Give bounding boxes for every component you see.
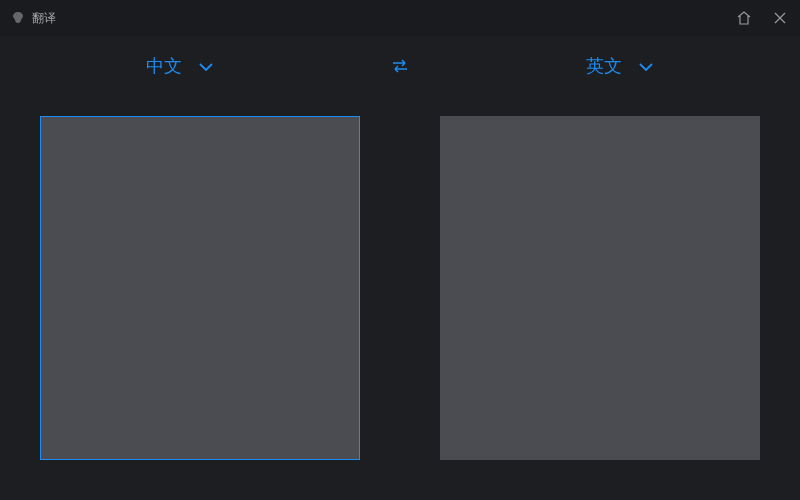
close-button[interactable]: [770, 8, 790, 28]
titlebar-right: [734, 8, 790, 28]
source-language-label: 中文: [146, 54, 182, 78]
app-title: 翻译: [32, 10, 56, 27]
chevron-down-icon: [638, 56, 654, 77]
translation-panels: [0, 96, 800, 480]
target-language-label: 英文: [586, 54, 622, 78]
language-bar: 中文 英文: [0, 36, 800, 96]
chevron-down-icon: [198, 56, 214, 77]
titlebar: 翻译: [0, 0, 800, 36]
home-button[interactable]: [734, 8, 754, 28]
app-icon: [10, 10, 26, 26]
swap-languages-button[interactable]: [360, 58, 440, 74]
titlebar-left: 翻译: [10, 10, 56, 27]
target-language-select[interactable]: 英文: [440, 54, 800, 78]
target-text-panel[interactable]: [440, 116, 760, 460]
source-text-panel[interactable]: [40, 116, 360, 460]
source-language-select[interactable]: 中文: [0, 54, 360, 78]
